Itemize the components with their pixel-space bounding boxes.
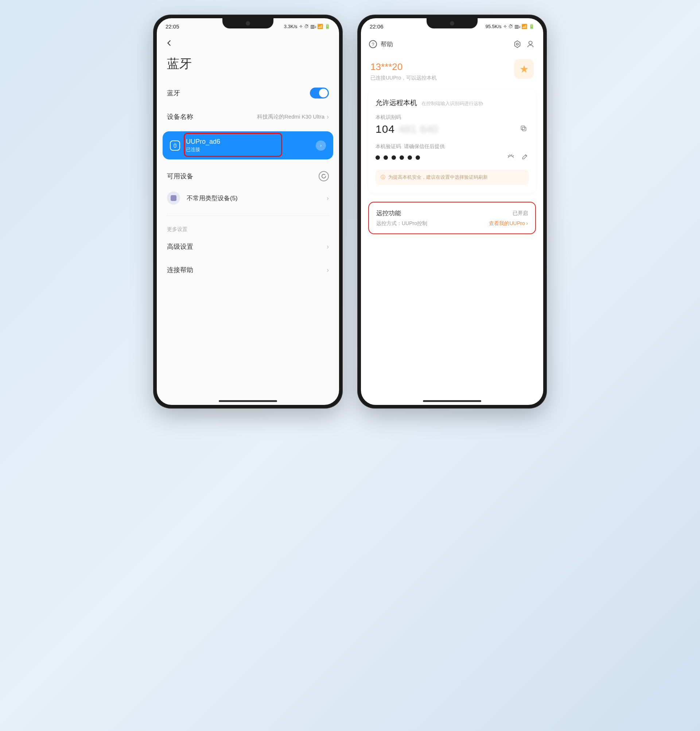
connected-device-card[interactable]: UUPro_ad6 已连接 › — [163, 131, 333, 159]
remote-status: 已开启 — [513, 210, 528, 217]
chevron-right-icon: › — [327, 113, 329, 121]
nav — [157, 34, 339, 52]
uncommon-label: 不常用类型设备(5) — [187, 194, 320, 203]
back-button[interactable] — [164, 38, 174, 48]
eye-icon[interactable] — [507, 153, 515, 162]
home-indicator[interactable] — [423, 400, 481, 402]
refresh-button[interactable] — [319, 171, 329, 181]
code-dot — [384, 156, 388, 160]
account-number: 13***20 — [371, 61, 534, 73]
device-id-row: 104 481 640 — [375, 123, 529, 135]
warning-text: 为提高本机安全，建议在设置中选择验证码刷新 — [388, 174, 488, 181]
id-label: 本机识别码 — [375, 114, 401, 121]
code-dot — [375, 156, 380, 160]
bluetooth-toggle-row[interactable]: 蓝牙 — [157, 81, 339, 105]
status-net: 95.5K/s — [485, 24, 501, 29]
more-settings-label: 更多设置 — [157, 221, 339, 235]
chevron-right-icon: › — [327, 243, 329, 251]
device-name-label: 设备名称 — [167, 112, 193, 121]
help-label[interactable]: 帮助 — [381, 40, 509, 48]
available-devices-header: 可用设备 — [157, 162, 339, 186]
star-badge[interactable]: ★ — [514, 59, 534, 79]
remote-control-card[interactable]: 远控功能 已开启 远控方式：UUPro控制 查看我的UUPro › — [368, 202, 536, 234]
advanced-label: 高级设置 — [167, 242, 193, 251]
settings-icon[interactable] — [513, 40, 522, 49]
divider — [167, 216, 329, 216]
svg-rect-0 — [174, 143, 176, 147]
chevron-right-icon: › — [327, 194, 329, 202]
screen-right: 22:06 95.5K/s ✧ ⏱ ▥ᵢₗ 📶 🔋 ? 帮助 13***20 已… — [361, 18, 543, 405]
svg-point-4 — [529, 41, 532, 44]
account-desc: 已连接UUPro，可以远控本机 — [371, 75, 534, 81]
device-status: 已连接 — [186, 146, 220, 153]
allow-remote-hint: 在控制端输入识别码进行远协 — [422, 100, 483, 107]
help-icon[interactable]: ? — [369, 40, 377, 48]
device-name-value: 科技禹论的Redmi K30 Ultra — [257, 113, 325, 120]
device-id-visible: 104 — [375, 123, 395, 135]
svg-marker-2 — [515, 41, 520, 47]
code-label: 本机验证码 — [375, 143, 401, 150]
code-dot — [408, 156, 412, 160]
home-indicator[interactable] — [219, 400, 277, 402]
svg-rect-6 — [521, 126, 525, 129]
status-icons: ✧ ⏱ ▥ᵢₗ 📶 🔋 — [299, 24, 330, 29]
info-icon: ⓘ — [381, 174, 385, 181]
code-dot — [400, 156, 404, 160]
status-time: 22:05 — [165, 23, 179, 29]
code-dot — [416, 156, 420, 160]
advanced-settings-row[interactable]: 高级设置 › — [157, 235, 339, 258]
security-warning: ⓘ 为提高本机安全，建议在设置中选择验证码刷新 — [375, 170, 529, 185]
svg-rect-5 — [523, 127, 526, 131]
status-net: 3.3K/s — [284, 24, 297, 29]
copy-icon[interactable] — [520, 125, 529, 134]
device-id-hidden: 481 640 — [398, 123, 520, 135]
phone-left: 22:05 3.3K/s ✧ ⏱ ▥ᵢₗ 📶 🔋 蓝牙 蓝牙 设备名称 科技禹论… — [153, 15, 343, 408]
device-name-row[interactable]: 设备名称 科技禹论的Redmi K30 Ultra › — [157, 105, 339, 128]
available-label: 可用设备 — [167, 172, 193, 181]
mouse-icon — [170, 141, 180, 151]
device-name: UUPro_ad6 — [186, 138, 220, 145]
connection-help-row[interactable]: 连接帮助 › — [157, 258, 339, 282]
chevron-right-icon: › — [327, 266, 329, 274]
uncommon-devices-row[interactable]: 不常用类型设备(5) › — [157, 186, 339, 210]
account-section: 13***20 已连接UUPro，可以远控本机 ★ — [361, 54, 543, 85]
allow-remote-title: 允许远程本机 — [375, 98, 417, 108]
page-title: 蓝牙 — [157, 52, 339, 81]
verification-code-row — [375, 153, 529, 162]
remote-method: 远控方式：UUPro控制 — [376, 220, 427, 227]
code-dot — [392, 156, 396, 160]
profile-icon[interactable] — [526, 40, 535, 49]
notch — [223, 18, 274, 28]
screen-left: 22:05 3.3K/s ✧ ⏱ ▥ᵢₗ 📶 🔋 蓝牙 蓝牙 设备名称 科技禹论… — [157, 18, 339, 405]
status-icons: ✧ ⏱ ▥ᵢₗ 📶 🔋 — [503, 24, 535, 29]
remote-title: 远控功能 — [376, 209, 401, 217]
view-uupro-link[interactable]: 查看我的UUPro › — [489, 220, 528, 227]
phone-right: 22:06 95.5K/s ✧ ⏱ ▥ᵢₗ 📶 🔋 ? 帮助 13***20 已… — [357, 15, 547, 408]
bt-label: 蓝牙 — [167, 89, 180, 97]
remote-access-card: 允许远程本机 在控制端输入识别码进行远协 本机识别码 104 481 640 本… — [368, 90, 536, 193]
status-time: 22:06 — [370, 23, 384, 29]
help-label: 连接帮助 — [167, 266, 193, 274]
notch — [426, 18, 477, 28]
edit-icon[interactable] — [521, 153, 529, 162]
svg-point-3 — [516, 43, 518, 45]
device-category-icon — [167, 191, 180, 205]
top-bar: ? 帮助 — [361, 34, 543, 54]
device-detail-button[interactable]: › — [316, 141, 326, 151]
code-hint: 请确保信任后提供 — [404, 143, 445, 150]
bluetooth-toggle[interactable] — [310, 88, 329, 98]
